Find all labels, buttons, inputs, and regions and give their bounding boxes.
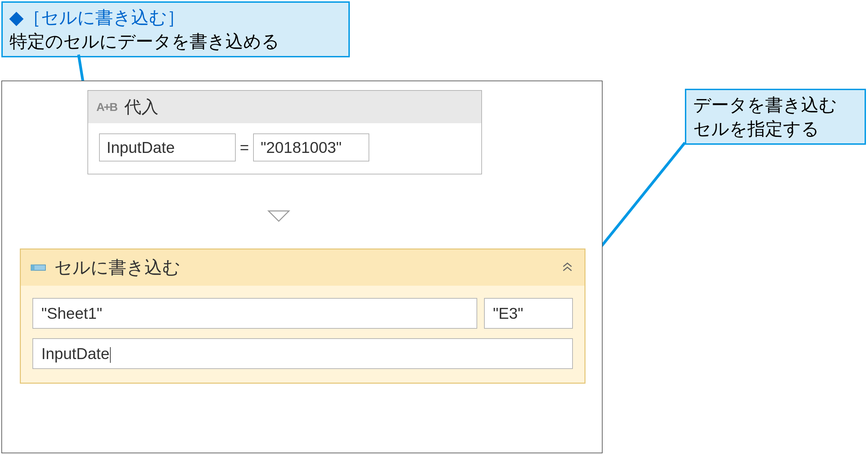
write-header: セルに書き込む [21,250,584,286]
write-value-text: InputDate [41,345,111,362]
workflow-container: A+B 代入 = セルに書き込む [1,81,603,453]
assign-icon: A+B [96,100,117,114]
write-row-2: InputDate [32,338,573,369]
activity-assign[interactable]: A+B 代入 = [87,90,482,174]
svg-marker-2 [268,211,289,221]
callout-title: セルに書き込む [41,8,167,27]
write-cell-icon [30,264,46,272]
equals-sign: = [240,138,249,157]
assign-body: = [88,123,481,174]
assign-title: 代入 [124,96,159,118]
assign-variable-input[interactable] [99,133,236,161]
write-title: セルに書き込む [54,256,180,280]
bracket-open: ［ [23,8,41,27]
write-row-1 [32,298,573,329]
write-cell-input[interactable] [484,298,573,329]
callout-description: 特定のセルにデータを書き込める [10,31,279,51]
callout-right-line1: データを書き込む [693,95,837,115]
assign-value-input[interactable] [253,133,369,161]
svg-rect-4 [31,265,35,270]
flow-arrow-icon [265,206,292,229]
collapse-icon[interactable] [561,260,574,276]
activity-write-cell[interactable]: セルに書き込む InputDate [20,248,585,384]
diamond-icon: ◆ [10,8,23,27]
callout-right-line2: セルを指定する [693,119,819,139]
bracket-close: ］ [167,8,185,27]
write-sheet-input[interactable] [32,298,477,329]
write-value-input[interactable]: InputDate [32,338,573,369]
callout-write-cell: ◆［セルに書き込む］ 特定のセルにデータを書き込める [1,1,350,57]
write-body: InputDate [21,286,584,383]
callout-specify-cell: データを書き込む セルを指定する [685,89,866,145]
assign-header: A+B 代入 [88,91,481,123]
